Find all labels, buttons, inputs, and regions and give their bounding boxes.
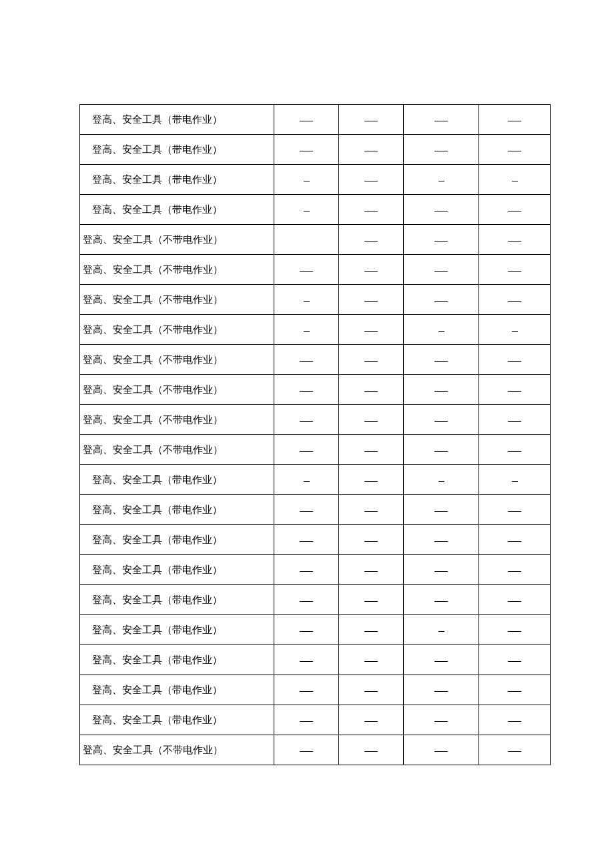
value-cell xyxy=(339,165,404,195)
task-name-cell: 登高、安全工具（不带电作业） xyxy=(80,735,274,765)
value-cell xyxy=(274,675,339,705)
value-cell xyxy=(274,645,339,675)
task-name-cell: 登高、安全工具（带电作业） xyxy=(80,165,274,195)
value-cell xyxy=(479,645,551,675)
value-cell xyxy=(479,405,551,435)
value-cell xyxy=(479,315,551,345)
table-row: 登高、安全工具（带电作业） xyxy=(80,105,551,135)
data-table: 登高、安全工具（带电作业）登高、安全工具（带电作业）登高、安全工具（带电作业）登… xyxy=(79,104,551,765)
task-name-cell: 登高、安全工具（带电作业） xyxy=(80,135,274,165)
value-cell xyxy=(339,315,404,345)
value-cell xyxy=(404,495,479,525)
table-row: 登高、安全工具（不带电作业） xyxy=(80,375,551,405)
value-cell xyxy=(274,405,339,435)
value-cell xyxy=(404,375,479,405)
table-row: 登高、安全工具（带电作业） xyxy=(80,465,551,495)
value-cell xyxy=(339,405,404,435)
table-row: 登高、安全工具（带电作业） xyxy=(80,525,551,555)
table-row: 登高、安全工具（带电作业） xyxy=(80,195,551,225)
value-cell xyxy=(404,675,479,705)
task-name-cell: 登高、安全工具（带电作业） xyxy=(80,705,274,735)
value-cell xyxy=(339,465,404,495)
task-name-cell: 登高、安全工具（不带电作业） xyxy=(80,315,274,345)
value-cell xyxy=(339,255,404,285)
value-cell xyxy=(339,585,404,615)
task-name-cell: 登高、安全工具（不带电作业） xyxy=(80,255,274,285)
table-row: 登高、安全工具（带电作业） xyxy=(80,135,551,165)
value-cell xyxy=(339,615,404,645)
value-cell xyxy=(404,645,479,675)
value-cell xyxy=(404,255,479,285)
task-name-cell: 登高、安全工具（带电作业） xyxy=(80,525,274,555)
value-cell xyxy=(339,225,404,255)
value-cell xyxy=(339,735,404,765)
value-cell xyxy=(274,525,339,555)
value-cell xyxy=(274,615,339,645)
value-cell xyxy=(339,555,404,585)
value-cell xyxy=(404,585,479,615)
value-cell xyxy=(404,435,479,465)
value-cell xyxy=(274,165,339,195)
value-cell xyxy=(404,165,479,195)
value-cell xyxy=(339,675,404,705)
table-row: 登高、安全工具（带电作业） xyxy=(80,495,551,525)
value-cell xyxy=(274,195,339,225)
task-name-cell: 登高、安全工具（带电作业） xyxy=(80,585,274,615)
value-cell xyxy=(274,225,339,255)
table-row: 登高、安全工具（不带电作业） xyxy=(80,225,551,255)
value-cell xyxy=(479,135,551,165)
value-cell xyxy=(479,465,551,495)
value-cell xyxy=(274,495,339,525)
value-cell xyxy=(404,705,479,735)
value-cell xyxy=(274,315,339,345)
task-name-cell: 登高、安全工具（带电作业） xyxy=(80,645,274,675)
value-cell xyxy=(404,105,479,135)
value-cell xyxy=(479,675,551,705)
value-cell xyxy=(404,555,479,585)
value-cell xyxy=(274,345,339,375)
value-cell xyxy=(339,135,404,165)
value-cell xyxy=(404,735,479,765)
value-cell xyxy=(339,435,404,465)
table-row: 登高、安全工具（不带电作业） xyxy=(80,405,551,435)
value-cell xyxy=(404,615,479,645)
task-name-cell: 登高、安全工具（不带电作业） xyxy=(80,225,274,255)
table-row: 登高、安全工具（不带电作业） xyxy=(80,315,551,345)
task-name-cell: 登高、安全工具（带电作业） xyxy=(80,105,274,135)
value-cell xyxy=(479,165,551,195)
task-name-cell: 登高、安全工具（带电作业） xyxy=(80,615,274,645)
value-cell xyxy=(404,345,479,375)
value-cell xyxy=(404,285,479,315)
value-cell xyxy=(274,435,339,465)
task-name-cell: 登高、安全工具（带电作业） xyxy=(80,195,274,225)
table-row: 登高、安全工具（带电作业） xyxy=(80,675,551,705)
value-cell xyxy=(479,525,551,555)
table-row: 登高、安全工具（不带电作业） xyxy=(80,435,551,465)
value-cell xyxy=(274,375,339,405)
value-cell xyxy=(404,135,479,165)
task-name-cell: 登高、安全工具（带电作业） xyxy=(80,675,274,705)
table-row: 登高、安全工具（带电作业） xyxy=(80,615,551,645)
value-cell xyxy=(339,645,404,675)
value-cell xyxy=(339,345,404,375)
value-cell xyxy=(274,705,339,735)
table-row: 登高、安全工具（带电作业） xyxy=(80,645,551,675)
value-cell xyxy=(339,285,404,315)
value-cell xyxy=(479,435,551,465)
value-cell xyxy=(274,555,339,585)
value-cell xyxy=(339,195,404,225)
value-cell xyxy=(274,585,339,615)
value-cell xyxy=(404,195,479,225)
value-cell xyxy=(479,555,551,585)
value-cell xyxy=(274,465,339,495)
value-cell xyxy=(404,525,479,555)
value-cell xyxy=(274,105,339,135)
table-body: 登高、安全工具（带电作业）登高、安全工具（带电作业）登高、安全工具（带电作业）登… xyxy=(80,105,551,765)
table-row: 登高、安全工具（不带电作业） xyxy=(80,735,551,765)
value-cell xyxy=(274,285,339,315)
value-cell xyxy=(479,345,551,375)
table-row: 登高、安全工具（带电作业） xyxy=(80,165,551,195)
task-name-cell: 登高、安全工具（不带电作业） xyxy=(80,285,274,315)
value-cell xyxy=(339,495,404,525)
table-row: 登高、安全工具（不带电作业） xyxy=(80,255,551,285)
